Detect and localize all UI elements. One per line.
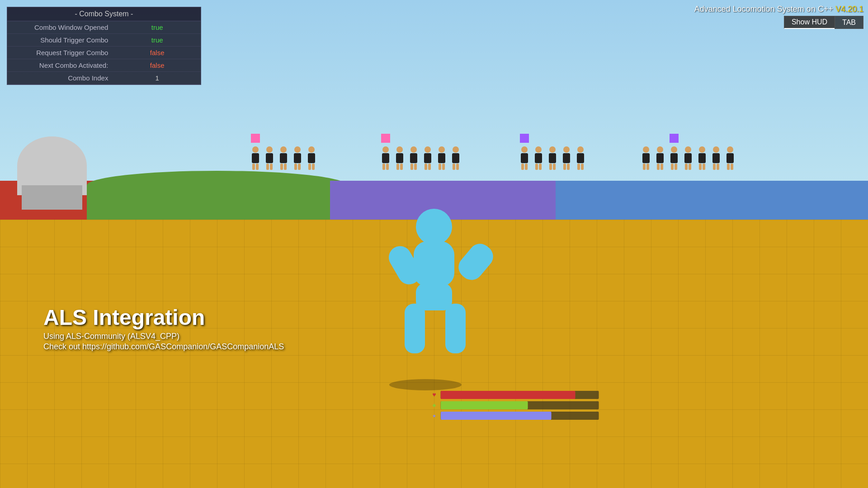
char-leg-right (445, 304, 466, 353)
health-icon: ♥ (431, 391, 438, 399)
char-shadow (389, 379, 462, 390)
stamina-icon: ◈ (431, 401, 438, 409)
terrain-green (87, 171, 347, 220)
npc (438, 146, 445, 170)
status-bars: ♥ ◈ ★ (431, 391, 599, 420)
combo-table-row: Request Trigger Combofalse (7, 47, 201, 59)
combo-row-label: Combo Index (7, 72, 113, 84)
npc-group-4 (642, 146, 734, 170)
als-link: Check out https://github.com/GASCompanio… (43, 342, 284, 352)
combo-row-value: false (113, 47, 201, 59)
stamina-bar-track (441, 401, 599, 409)
npc (424, 146, 431, 170)
npc (396, 146, 403, 170)
npc-head (252, 146, 259, 153)
combo-row-value: 1 (113, 72, 201, 84)
npc-group-1 (252, 146, 315, 170)
combo-row-value: true (113, 21, 201, 34)
combo-table-row: Next Combo Activated:false (7, 59, 201, 72)
game-viewport: ALS Integration Using ALS-Community (ALS… (0, 0, 868, 488)
npc (382, 146, 389, 170)
npc (535, 146, 542, 170)
version-text: Advanced Locomotion System on C++ V4.20.… (694, 5, 863, 14)
npc (577, 146, 584, 170)
combo-row-label: Should Trigger Combo (7, 34, 113, 47)
npc (712, 146, 720, 170)
combo-panel-title: - Combo System - (7, 7, 201, 21)
npc-group-2 (382, 146, 459, 170)
npc (549, 146, 556, 170)
mana-bar-track (441, 412, 599, 420)
version-number: V4.20.1 (835, 5, 863, 14)
health-bar-row: ♥ (431, 391, 599, 399)
combo-table: Combo Window OpenedtrueShould Trigger Co… (7, 21, 201, 84)
npc (294, 146, 301, 170)
hud-buttons: Show HUD TAB (784, 16, 863, 29)
stamina-bar-fill (441, 401, 528, 409)
mana-bar-fill (441, 412, 552, 420)
combo-panel: - Combo System - Combo Window Openedtrue… (7, 7, 201, 85)
als-title: ALS Integration (43, 305, 284, 330)
hud-top-right: Advanced Locomotion System on C++ V4.20.… (694, 5, 863, 29)
npc-group-3 (521, 146, 584, 170)
npc (670, 146, 678, 170)
mana-bar-row: ★ (431, 412, 599, 420)
version-label: Advanced Locomotion System on C++ (694, 5, 833, 14)
npc (656, 146, 664, 170)
combo-row-value: false (113, 59, 201, 72)
npc (280, 146, 287, 170)
npc (684, 146, 692, 170)
combo-row-label: Request Trigger Combo (7, 47, 113, 59)
main-character (389, 209, 479, 380)
stamina-bar-row: ◈ (431, 401, 599, 409)
combo-row-value: true (113, 34, 201, 47)
npc (308, 146, 315, 170)
npc (698, 146, 706, 170)
npc (266, 146, 273, 170)
npc (642, 146, 650, 170)
char-leg-left (405, 304, 425, 353)
combo-table-row: Combo Window Openedtrue (7, 21, 201, 34)
npc-legs (252, 164, 259, 170)
combo-row-label: Next Combo Activated: (7, 59, 113, 72)
bg-structure-base (22, 185, 82, 210)
combo-row-label: Combo Window Opened (7, 21, 113, 34)
show-hud-button[interactable]: Show HUD (784, 16, 835, 29)
npc (563, 146, 570, 170)
npc (410, 146, 417, 170)
npc (252, 146, 259, 170)
npc (726, 146, 734, 170)
npc (521, 146, 528, 170)
char-head (416, 209, 452, 245)
als-overlay: ALS Integration Using ALS-Community (ALS… (43, 305, 284, 352)
terrain-blue-strip (556, 181, 868, 220)
health-bar-track (441, 391, 599, 399)
combo-table-body: Combo Window OpenedtrueShould Trigger Co… (7, 21, 201, 84)
char-torso (414, 241, 454, 286)
health-bar-fill (441, 391, 576, 399)
npc (452, 146, 459, 170)
combo-table-row: Combo Index1 (7, 72, 201, 84)
npc-body (252, 153, 259, 163)
als-subtitle: Using ALS-Community (ALSV4_CPP) (43, 332, 284, 341)
mana-icon: ★ (431, 412, 438, 419)
tab-button[interactable]: TAB (835, 16, 863, 29)
combo-table-row: Should Trigger Combotrue (7, 34, 201, 47)
